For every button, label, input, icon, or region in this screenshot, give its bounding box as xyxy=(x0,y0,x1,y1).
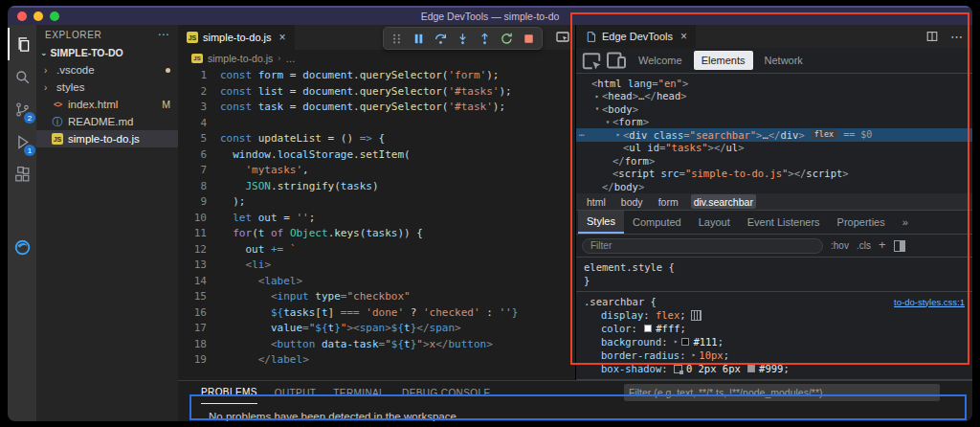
code-line: 7 'mytasks', xyxy=(178,163,575,179)
dom-node[interactable]: ▸<head>…</head> xyxy=(576,90,972,103)
css-property[interactable]: border-radius: ▸10px; xyxy=(584,348,965,362)
breadcrumb-separator: › xyxy=(278,54,280,63)
dom-node[interactable]: <ul id="tasks"></ul> xyxy=(576,142,972,155)
dom-node[interactable]: ⋯▸<div class="searchbar">…</div>flex== $… xyxy=(576,128,972,142)
device-emulation-icon[interactable] xyxy=(605,50,628,71)
more-actions-icon[interactable]: ⋯ xyxy=(157,28,169,41)
style-toggle-[interactable]: + xyxy=(879,237,886,252)
css-property[interactable]: background: ▸#111; xyxy=(584,335,965,348)
code-token: label xyxy=(271,353,302,366)
color-swatch-icon[interactable] xyxy=(644,325,652,332)
dom-node[interactable]: ▾<form> xyxy=(576,116,972,129)
activity-source-control-button[interactable]: 2 xyxy=(8,93,36,125)
styles-filter-input[interactable] xyxy=(582,238,823,254)
inspect-element-icon[interactable] xyxy=(580,50,603,71)
style-toggle-cls[interactable]: .cls xyxy=(857,240,871,251)
panel-tab-output[interactable]: OUTPUT xyxy=(275,382,317,404)
expand-arrow-icon[interactable]: ▸ xyxy=(674,335,679,348)
activity-edge-button[interactable] xyxy=(8,231,36,263)
dom-node[interactable]: </body> xyxy=(576,180,972,193)
color-swatch-icon[interactable] xyxy=(681,338,689,346)
drag-button[interactable] xyxy=(386,28,408,49)
activity-run-debug-button[interactable]: 1 xyxy=(8,125,36,158)
code-token: querySelector xyxy=(360,85,442,98)
activity-explorer-button[interactable] xyxy=(8,28,36,60)
step-into-button[interactable] xyxy=(452,28,474,49)
pane-tab-layout[interactable]: Layout xyxy=(690,211,739,234)
element-style-selector[interactable]: element.style { xyxy=(584,260,965,274)
dom-crumb-div.searchbar[interactable]: div.searchbar xyxy=(691,194,756,209)
devtools-tab-elements[interactable]: Elements xyxy=(694,51,753,70)
breadcrumb[interactable]: JS simple-to-do.js › … xyxy=(178,50,575,67)
stop-button[interactable] xyxy=(518,28,540,49)
activity-extensions-button[interactable] xyxy=(8,158,36,191)
workspace-folder[interactable]: ⌄ SIMPLE-TO-DO xyxy=(36,44,178,61)
pane-tab-styles[interactable]: Styles xyxy=(578,211,624,234)
editor-tab-simple-to-do-js[interactable]: JS simple-to-do.js × xyxy=(178,25,295,50)
twisty-icon[interactable]: ▾ xyxy=(603,118,612,126)
pane-tab-»[interactable]: » xyxy=(894,211,917,234)
dom-node[interactable]: </form> xyxy=(576,154,972,168)
rule-selector[interactable]: .searchbar { xyxy=(584,296,657,307)
modified-dot-icon xyxy=(166,68,170,73)
dom-crumb-form[interactable]: form xyxy=(656,194,681,209)
code-text: window.localStorage.setItem( xyxy=(207,147,411,164)
file-tree-item[interactable]: ⓘREADME.md xyxy=(36,113,178,130)
panel-tab-debug-console[interactable]: DEBUG CONSOLE xyxy=(402,382,490,404)
activity-search-button[interactable] xyxy=(8,60,36,93)
pane-tab-properties[interactable]: Properties xyxy=(829,211,894,234)
pane-tab-computed[interactable]: Computed xyxy=(624,211,690,234)
code-token: => xyxy=(360,132,372,145)
devtools-tab-welcome[interactable]: Welcome xyxy=(630,48,691,73)
dom-crumb-html[interactable]: html xyxy=(584,194,609,209)
devtools-panel-tab[interactable]: Edge DevTools × xyxy=(576,25,696,48)
breadcrumb-file[interactable]: simple-to-do.js xyxy=(208,53,273,64)
css-property[interactable]: color: #fff; xyxy=(584,322,965,335)
step-over-button[interactable] xyxy=(430,28,452,49)
expand-arrow-icon[interactable]: ▸ xyxy=(692,348,697,362)
split-editor-icon[interactable] xyxy=(925,30,939,43)
file-tree-item[interactable]: <>index.htmlM xyxy=(36,96,178,113)
toggle-sidebar-icon[interactable] xyxy=(894,240,905,252)
code-editor[interactable]: 1const form = document.querySelector('fo… xyxy=(178,67,575,380)
breadcrumb-tail[interactable]: … xyxy=(285,53,296,64)
more-actions-icon[interactable]: ⋯ xyxy=(950,30,963,44)
dom-node-text: <html lang="en"> xyxy=(591,78,688,89)
pane-tab-event-listeners[interactable]: Event Listeners xyxy=(739,211,829,234)
code-token: ); xyxy=(486,69,499,81)
flex-badge[interactable]: flex xyxy=(811,129,837,140)
twisty-icon[interactable]: ▾ xyxy=(592,104,602,113)
dom-node[interactable]: ▾<body> xyxy=(576,102,972,116)
close-tab-icon[interactable]: × xyxy=(680,30,687,43)
dom-crumb-body[interactable]: body xyxy=(618,194,646,209)
close-window-button[interactable] xyxy=(17,11,27,21)
css-property[interactable]: box-shadow: 0 2px 6px #999; xyxy=(584,362,965,375)
twisty-icon[interactable]: ▸ xyxy=(592,92,602,101)
code-token: . xyxy=(271,180,278,192)
dom-node[interactable]: <script src="simple-to-do.js"></script> xyxy=(576,168,972,181)
dom-node[interactable]: <html lang="en"> xyxy=(576,77,972,90)
close-tab-icon[interactable]: × xyxy=(279,31,286,44)
minimize-window-button[interactable] xyxy=(33,11,43,21)
flex-editor-icon[interactable] xyxy=(691,310,702,321)
problems-filter-input[interactable] xyxy=(629,387,935,398)
file-tree-item[interactable]: JSsimple-to-do.js xyxy=(36,130,178,147)
twisty-icon[interactable]: ▸ xyxy=(613,130,623,139)
panel-tab-problems[interactable]: PROBLEMS xyxy=(201,382,257,404)
pause-button[interactable] xyxy=(408,28,430,49)
code-token: document xyxy=(302,69,353,81)
stylesheet-link[interactable]: to-do-styles.css:1 xyxy=(894,297,965,307)
shadow-icon[interactable] xyxy=(674,365,682,373)
restart-button[interactable] xyxy=(496,28,518,49)
panel-tab-terminal[interactable]: TERMINAL xyxy=(333,382,385,404)
devtools-tab-network[interactable]: Network xyxy=(756,48,812,73)
inspect-window-icon[interactable] xyxy=(555,30,570,45)
editor-group: JS simple-to-do.js × JS simple-to-do.js … xyxy=(178,25,575,380)
css-property[interactable]: display: flex; xyxy=(584,308,965,322)
file-tree-item[interactable]: ›styles xyxy=(36,79,178,96)
file-tree-item[interactable]: ›.vscode xyxy=(36,61,178,79)
step-out-button[interactable] xyxy=(474,28,496,49)
color-swatch-icon[interactable] xyxy=(747,365,755,372)
style-toggle-hov[interactable]: :hov xyxy=(831,240,849,251)
zoom-window-button[interactable] xyxy=(50,11,59,21)
